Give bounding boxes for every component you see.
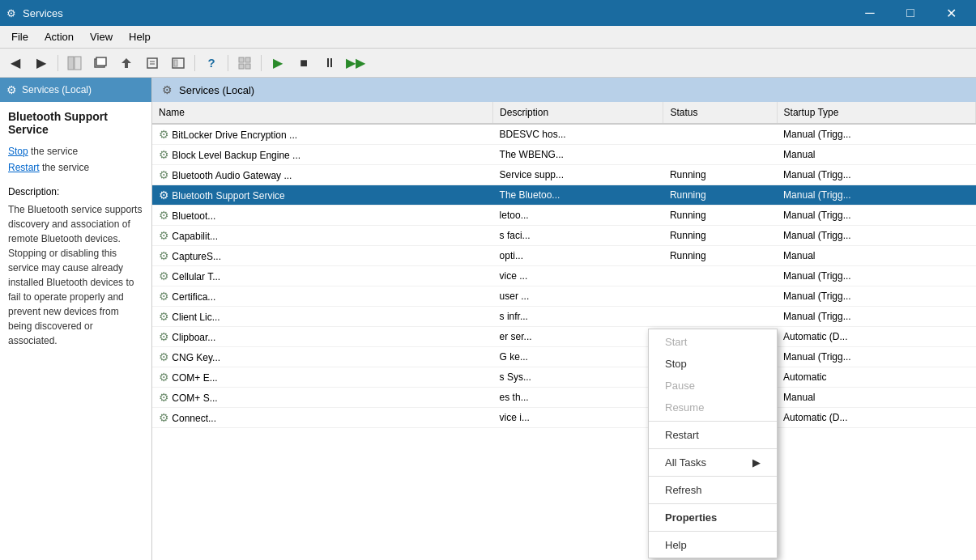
col-status[interactable]: Status	[663, 102, 777, 124]
resume-service-button[interactable]: ▶▶	[343, 52, 368, 74]
context-menu-separator	[649, 448, 777, 449]
cell-startup: Automatic (D...	[777, 327, 975, 347]
cell-name: ⚙ Certifica...	[152, 286, 493, 307]
cell-startup: Automatic (D...	[777, 408, 975, 428]
help-toolbar-button[interactable]: ?	[199, 52, 224, 74]
view-config-button[interactable]	[166, 52, 190, 74]
gear-icon: ⚙	[159, 269, 169, 282]
gear-icon: ⚙	[159, 310, 169, 323]
table-row[interactable]: ⚙ Certifica... user ... Manual (Trigg...	[152, 286, 976, 307]
up-button[interactable]	[114, 52, 139, 74]
cell-name: ⚙ CaptureS...	[152, 246, 493, 266]
cell-startup: Manual (Trigg...	[777, 124, 975, 145]
gear-icon: ⚙	[159, 249, 169, 262]
start-service-button[interactable]: ▶	[266, 52, 290, 74]
table-row[interactable]: ⚙ Clipboar... er ser... Running Automati…	[152, 327, 976, 347]
minimize-button[interactable]: ─	[851, 0, 889, 26]
menu-view[interactable]: View	[82, 28, 121, 46]
restart-link[interactable]: Restart	[8, 162, 40, 173]
main-layout: ⚙ Services (Local) Bluetooth Support Ser…	[0, 78, 976, 560]
description-text: The Bluetooth service supports discovery…	[8, 202, 143, 348]
gear-icon: ⚙	[159, 371, 169, 384]
close-button[interactable]: ✕	[932, 0, 970, 26]
view2-button[interactable]	[232, 52, 257, 74]
sidebar-header: ⚙ Services (Local)	[0, 78, 151, 102]
description-label: Description:	[8, 186, 143, 197]
window-title: Services	[23, 7, 63, 19]
context-menu-item-stop[interactable]: Stop	[649, 353, 777, 375]
context-menu-separator	[649, 421, 777, 422]
table-row[interactable]: ⚙ Block Level Backup Engine ... The WBEN…	[152, 145, 976, 165]
menu-action[interactable]: Action	[36, 28, 82, 46]
sidebar-service-title: Bluetooth Support Service	[8, 110, 143, 136]
table-row[interactable]: ⚙ Client Lic... s infr... Manual (Trigg.…	[152, 307, 976, 327]
cell-status	[663, 286, 777, 307]
table-row[interactable]: ⚙ CaptureS... opti... Running Manual	[152, 246, 976, 266]
context-menu-item-properties[interactable]: Properties	[649, 507, 777, 528]
table-row[interactable]: ⚙ CNG Key... G ke... Running Manual (Tri…	[152, 347, 976, 367]
content-header-icon: ⚙	[162, 83, 173, 96]
context-menu-item-resume: Resume	[649, 397, 777, 418]
cell-name: ⚙ Bluetooth Audio Gateway ...	[152, 165, 493, 185]
cell-status: Running	[663, 185, 777, 206]
cell-startup: Manual	[777, 388, 975, 408]
context-menu-item-start: Start	[649, 331, 777, 353]
menu-help[interactable]: Help	[121, 28, 159, 46]
svg-rect-0	[68, 57, 74, 70]
context-menu-item-all-tasks[interactable]: All Tasks▶	[649, 452, 777, 473]
cell-startup: Manual (Trigg...	[777, 206, 975, 226]
pause-service-button[interactable]: ⏸	[318, 52, 342, 74]
cell-startup: Automatic	[777, 367, 975, 388]
col-name[interactable]: Name	[152, 102, 493, 124]
svg-rect-1	[75, 57, 81, 70]
context-menu-item-refresh[interactable]: Refresh	[649, 479, 777, 501]
context-menu-item-help[interactable]: Help	[649, 534, 777, 556]
forward-button[interactable]: ▶	[29, 52, 53, 74]
table-row[interactable]: ⚙ Bluetoot... letoo... Running Manual (T…	[152, 206, 976, 226]
context-menu-separator	[649, 476, 777, 477]
services-table: Name Description Status Startup Type ⚙ B…	[152, 102, 976, 428]
gear-icon: ⚙	[159, 391, 169, 404]
gear-icon: ⚙	[159, 148, 169, 161]
show-hide-button[interactable]	[62, 52, 87, 74]
menu-file[interactable]: File	[3, 28, 36, 46]
table-row[interactable]: ⚙ Cellular T... vice ... Manual (Trigg..…	[152, 266, 976, 286]
cell-name: ⚙ Cellular T...	[152, 266, 493, 286]
context-menu-separator	[649, 503, 777, 504]
back-button[interactable]: ◀	[3, 52, 28, 74]
table-row[interactable]: ⚙ Bluetooth Support Service The Bluetoo.…	[152, 185, 976, 206]
sidebar: ⚙ Services (Local) Bluetooth Support Ser…	[0, 78, 152, 560]
table-row[interactable]: ⚙ BitLocker Drive Encryption ... BDESVC …	[152, 124, 976, 145]
table-row[interactable]: ⚙ Connect... vice i... Running Automatic…	[152, 408, 976, 428]
context-menu-item-restart[interactable]: Restart	[649, 424, 777, 446]
context-menu-item-pause: Pause	[649, 375, 777, 397]
context-menu: StartStopPauseResumeRestartAll Tasks▶Ref…	[648, 329, 778, 558]
table-wrapper[interactable]: Name Description Status Startup Type ⚙ B…	[152, 102, 976, 560]
sidebar-header-label: Services (Local)	[22, 84, 92, 95]
svg-rect-9	[239, 57, 244, 62]
sidebar-stop-action: Stop the service	[8, 146, 143, 157]
table-row[interactable]: ⚙ Bluetooth Audio Gateway ... Service su…	[152, 165, 976, 185]
gear-icon: ⚙	[159, 189, 169, 202]
col-startup[interactable]: Startup Type	[777, 102, 975, 124]
sidebar-content: Bluetooth Support Service Stop the servi…	[0, 102, 151, 560]
content-header: ⚙ Services (Local)	[152, 78, 976, 102]
cell-description: es th...	[493, 388, 663, 408]
cell-name: ⚙ COM+ E...	[152, 367, 493, 388]
stop-link[interactable]: Stop	[8, 146, 28, 157]
sidebar-icon: ⚙	[6, 83, 17, 96]
app-icon: ⚙	[6, 7, 16, 19]
new-window-button[interactable]	[88, 52, 113, 74]
properties-toolbar-button[interactable]	[140, 52, 164, 74]
stop-action-suffix: the service	[31, 146, 78, 157]
table-row[interactable]: ⚙ COM+ E... s Sys... Running Automatic	[152, 367, 976, 388]
maximize-button[interactable]: □	[892, 0, 929, 26]
cell-startup: Manual	[777, 145, 975, 165]
table-row[interactable]: ⚙ Capabilit... s faci... Running Manual …	[152, 226, 976, 246]
gear-icon: ⚙	[159, 168, 169, 181]
col-description[interactable]: Description	[493, 102, 663, 124]
content-header-label: Services (Local)	[179, 84, 254, 96]
cell-description: The WBENG...	[493, 145, 663, 165]
stop-service-button[interactable]: ■	[292, 52, 316, 74]
table-row[interactable]: ⚙ COM+ S... es th... Manual	[152, 388, 976, 408]
